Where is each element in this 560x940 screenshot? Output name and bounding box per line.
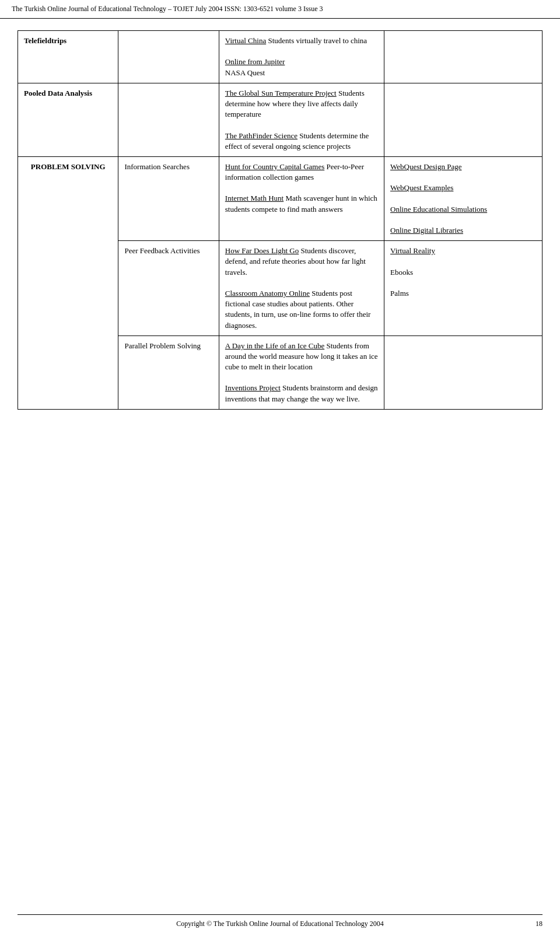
virtual-reality-link[interactable]: Virtual Reality [390,246,435,255]
category-label: Telefieldtrips [24,36,66,45]
parallel-problem-cell: Parallel Problem Solving [118,336,219,409]
copyright-text: Copyright © The Turkish Online Journal o… [176,920,383,928]
virtual-china-link[interactable]: Virtual China [225,36,266,45]
online-jupiter-link[interactable]: Online from Jupiter [225,57,285,66]
hunt-country-link[interactable]: Hunt for Country Capital Games [225,162,324,171]
peer-feedback-cell: Peer Feedback Activities [118,241,219,336]
category-cell: Pooled Data Analysis [18,83,118,156]
parallel-problem-label: Parallel Problem Solving [124,341,201,350]
tools-cell: WebQuest Design Page WebQuest Examples O… [384,156,542,240]
online-digital-link[interactable]: Online Digital Libraries [390,226,463,235]
main-table: Telefieldtrips Virtual China Students vi… [18,30,542,410]
pathfinder-link[interactable]: The PathFinder Science [225,131,298,140]
page-num-text: 18 [536,920,542,928]
tools-cell [384,336,542,409]
online-educational-link[interactable]: Online Educational Simulations [390,205,487,214]
nasa-quest-text: NASA Quest [225,68,265,77]
tools-cell [384,31,542,83]
page-number: 18 [536,920,542,928]
palms-text: Palms [390,289,409,298]
activities-cell: Hunt for Country Capital Games Peer-to-P… [219,156,384,240]
problem-solving-cell: PROBLEM SOLVING [18,156,118,409]
classroom-anatomy-link[interactable]: Classroom Anatomy Online [225,289,310,298]
problem-solving-label: PROBLEM SOLVING [31,162,106,171]
ebooks-text: Ebooks [390,268,413,277]
page-footer: Copyright © The Turkish Online Journal o… [18,914,542,928]
internet-math-link[interactable]: Internet Math Hunt [225,194,284,202]
peer-feedback-label: Peer Feedback Activities [124,246,200,255]
ice-cube-link[interactable]: A Day in the Life of an Ice Cube [225,341,324,350]
activities-cell: A Day in the Life of an Ice Cube Student… [219,336,384,409]
page-header: The Turkish Online Journal of Educationa… [0,0,560,19]
inventions-link[interactable]: Inventions Project [225,383,281,392]
activities-cell: How Far Does Light Go Students discover,… [219,241,384,336]
tools-cell: Virtual Reality Ebooks Palms [384,241,542,336]
activities-cell: The Global Sun Temperature Project Stude… [219,83,384,156]
global-sun-link[interactable]: The Global Sun Temperature Project [225,89,337,97]
webquest-design-link[interactable]: WebQuest Design Page [390,162,461,171]
table-row: PROBLEM SOLVING Information Searches Hun… [18,156,542,240]
webquest-examples-link[interactable]: WebQuest Examples [390,183,453,192]
activities-cell: Virtual China Students virtually travel … [219,31,384,83]
info-searches-cell: Information Searches [118,156,219,240]
info-searches-label: Information Searches [124,162,190,171]
table-row: Pooled Data Analysis The Global Sun Temp… [18,83,542,156]
subcategory-cell [118,31,219,83]
category-cell: Telefieldtrips [18,31,118,83]
table-row: Telefieldtrips Virtual China Students vi… [18,31,542,83]
virtual-china-text: Students virtually travel to china [266,36,367,45]
pooled-data-label: Pooled Data Analysis [24,89,92,97]
header-text: The Turkish Online Journal of Educationa… [12,5,323,13]
subcategory-cell [118,83,219,156]
page-content: Telefieldtrips Virtual China Students vi… [0,19,560,421]
tools-cell [384,83,542,156]
how-far-light-link[interactable]: How Far Does Light Go [225,246,299,255]
